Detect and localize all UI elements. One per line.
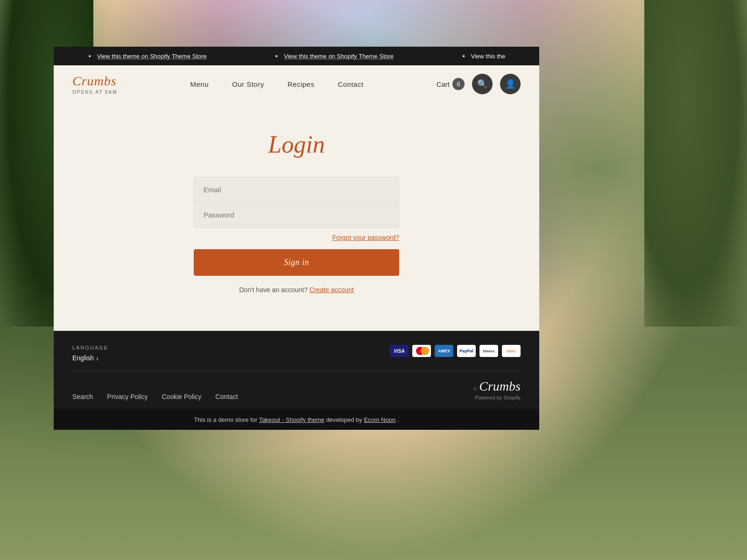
star-icon-3: ✦	[462, 54, 465, 59]
language-label: LANGUAGE	[72, 345, 108, 350]
login-form: Forgot your password? Sign in Don't have…	[194, 177, 399, 294]
footer-contact-link[interactable]: Contact	[215, 393, 238, 400]
theme-link[interactable]: Takeout - Shopify theme	[259, 416, 324, 423]
bottom-bar-text: This is a demo store for	[194, 416, 259, 423]
logo-area: Crumbs OPENS AT 9AM	[72, 74, 117, 95]
star-icon-2: ✦	[275, 54, 278, 59]
nav-right: Cart 6 🔍 👤	[437, 74, 521, 94]
search-icon: 🔍	[477, 79, 487, 89]
visa-icon: VISA	[390, 345, 409, 357]
bottom-bar-middle: developed by	[326, 416, 364, 423]
footer-brand-name: Crumbs	[479, 379, 521, 394]
footer: LANGUAGE English ↓ VISA AMEX PayPal Dine…	[54, 331, 539, 410]
page-title: Login	[268, 131, 324, 158]
create-account-text: Don't have an account? Create account	[194, 286, 399, 294]
announcement-link-2[interactable]: View this theme on Shopify Theme Store	[284, 53, 394, 60]
bottom-bar-end: .	[397, 416, 399, 423]
footer-bottom: Search Privacy Policy Cookie Policy Cont…	[72, 371, 521, 400]
footer-privacy-link[interactable]: Privacy Policy	[107, 393, 148, 400]
account-icon: 👤	[505, 79, 515, 89]
mastercard-icon	[412, 345, 431, 357]
nav-our-story[interactable]: Our Story	[232, 80, 264, 88]
tree-right	[644, 0, 747, 327]
announcement-item-2: ✦ View this theme on Shopify Theme Store	[275, 53, 394, 60]
search-button[interactable]: 🔍	[472, 74, 493, 94]
forgot-password-link[interactable]: Forgot your password?	[332, 234, 399, 241]
language-selector[interactable]: English ↓	[72, 354, 108, 362]
email-input[interactable]	[194, 177, 399, 202]
footer-brand: © Crumbs Powered by Shopify	[473, 379, 521, 400]
developer-link[interactable]: Ecom Noon	[364, 416, 395, 423]
language-value: English	[72, 354, 94, 362]
cart-button[interactable]: Cart 6	[437, 78, 465, 90]
logo-subtitle: OPENS AT 9AM	[72, 90, 117, 95]
announcement-bar: ✦ View this theme on Shopify Theme Store…	[54, 47, 539, 65]
announcement-link-1[interactable]: View this theme on Shopify Theme Store	[97, 53, 207, 60]
footer-links: Search Privacy Policy Cookie Policy Cont…	[72, 393, 238, 400]
language-arrow-icon: ↓	[96, 354, 99, 362]
announcement-text-3: View this the	[471, 53, 505, 60]
discover-icon: DISC	[502, 345, 521, 357]
announcement-item-1: ✦ View this theme on Shopify Theme Store	[88, 53, 207, 60]
nav-contact[interactable]: Contact	[338, 80, 363, 88]
footer-cookie-link[interactable]: Cookie Policy	[162, 393, 202, 400]
no-account-label: Don't have an account?	[239, 286, 308, 294]
copyright-symbol: ©	[473, 386, 477, 392]
footer-powered-by: Powered by Shopify	[473, 395, 521, 400]
amex-icon: AMEX	[435, 345, 453, 357]
payment-icons: VISA AMEX PayPal Diners DISC	[390, 345, 521, 357]
create-account-link[interactable]: Create account	[310, 286, 354, 294]
sign-in-button[interactable]: Sign in	[194, 249, 399, 276]
star-icon-1: ✦	[88, 54, 92, 59]
paypal-icon: PayPal	[457, 345, 476, 357]
nav-recipes[interactable]: Recipes	[288, 80, 315, 88]
diners-icon: Diners	[479, 345, 498, 357]
account-button[interactable]: 👤	[500, 74, 521, 94]
nav-menu[interactable]: Menu	[190, 80, 209, 88]
footer-top: LANGUAGE English ↓ VISA AMEX PayPal Dine…	[72, 345, 521, 371]
cart-label: Cart	[437, 80, 450, 88]
language-section: LANGUAGE English ↓	[72, 345, 108, 362]
logo-name[interactable]: Crumbs	[72, 74, 117, 89]
forgot-password-area: Forgot your password?	[194, 233, 399, 242]
cart-badge: 6	[452, 78, 465, 90]
main-container: ✦ View this theme on Shopify Theme Store…	[54, 47, 539, 430]
header: Crumbs OPENS AT 9AM Menu Our Story Recip…	[54, 65, 539, 103]
nav-center: Menu Our Story Recipes Contact	[117, 80, 436, 88]
footer-search-link[interactable]: Search	[72, 393, 93, 400]
password-input[interactable]	[194, 202, 399, 228]
content-area: Login Forgot your password? Sign in Don'…	[54, 103, 539, 331]
bottom-bar: This is a demo store for Takeout - Shopi…	[54, 410, 539, 430]
announcement-item-3: ✦ View this the	[462, 53, 505, 60]
